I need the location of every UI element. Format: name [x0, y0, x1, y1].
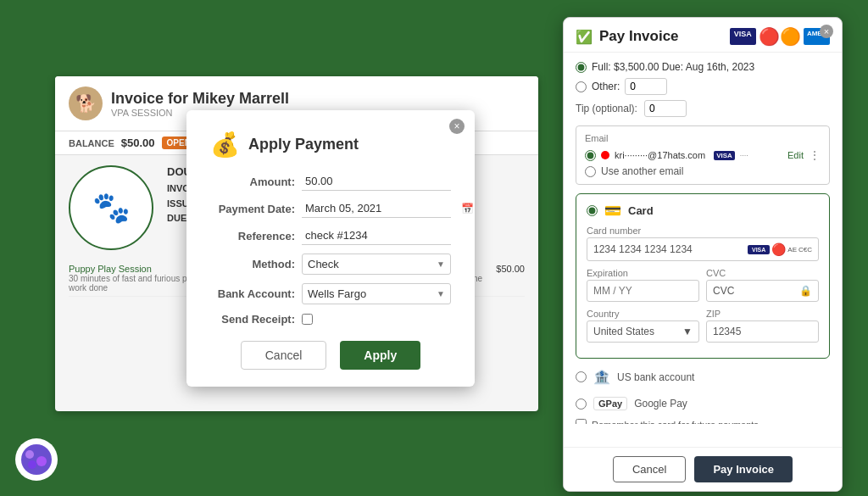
google-pay-row: GPay Google Pay	[576, 393, 830, 414]
cvc-field: CVC CVC 🔒	[706, 268, 819, 309]
payment-icon: 💰	[210, 131, 240, 159]
expiration-label: Expiration	[587, 268, 699, 278]
tip-label: Tip (optional):	[576, 103, 637, 114]
balance-value: $50.00	[121, 137, 155, 149]
pay-invoice-body: Full: $3,500.00 Due: Aug 16th, 2023 Othe…	[564, 53, 842, 424]
email-row: kri·········@17hats.com VISA ···· Edit ⋮	[585, 148, 821, 162]
google-pay-label: Google Pay	[634, 398, 687, 410]
zip-input[interactable]	[706, 320, 819, 343]
svg-point-0	[21, 444, 52, 475]
bank-radio[interactable]	[576, 371, 587, 382]
country-field: Country United States ▼	[587, 309, 699, 349]
payment-date-input[interactable]	[302, 199, 451, 218]
avatar: 🐕	[69, 86, 103, 120]
other-amount-input[interactable]	[625, 78, 667, 95]
bank-account-dropdown[interactable]: Wells Fargo ▼	[302, 283, 451, 304]
zip-field: ZIP	[706, 309, 819, 349]
chevron-down-icon: ▼	[682, 326, 693, 337]
logo-circle	[15, 438, 58, 481]
send-receipt-row: Send Receipt:	[210, 313, 451, 326]
use-another-email-radio[interactable]	[585, 166, 596, 177]
visa-icon: VISA	[730, 28, 756, 45]
status-dot	[601, 151, 609, 159]
cvc-input-container[interactable]: CVC 🔒	[706, 280, 819, 302]
apply-button[interactable]: Apply	[340, 341, 420, 370]
use-another-email-row: Use another email	[585, 165, 821, 177]
card-radio[interactable]	[587, 205, 598, 216]
bank-account-label: US bank account	[617, 371, 694, 383]
mastercard-small-icon: 🔴	[771, 242, 786, 256]
gpay-radio[interactable]	[576, 398, 587, 410]
other-amount-radio[interactable]	[576, 81, 587, 92]
check-icon: ✅	[576, 29, 593, 45]
method-dropdown[interactable]: Check ▼	[302, 254, 451, 275]
remember-card-checkbox[interactable]	[576, 419, 587, 424]
cancel-button[interactable]: Cancel	[241, 341, 327, 370]
reference-row: Reference:	[210, 226, 451, 245]
method-value: Check	[308, 258, 339, 270]
reference-label: Reference:	[210, 230, 295, 242]
discover-icon: C€C	[798, 246, 812, 254]
payment-date-row: Payment Date: 📅	[210, 199, 451, 218]
email-radio[interactable]	[585, 150, 596, 161]
company-logo-bottom	[15, 438, 58, 481]
payment-date-label: Payment Date:	[210, 203, 295, 215]
other-amount-row: Other:	[576, 78, 830, 95]
card-number-field: Card number 1234 1234 1234 1234 VISA 🔴 A…	[587, 226, 819, 261]
card-number-input-container[interactable]: 1234 1234 1234 1234 VISA 🔴 AE C€C	[587, 237, 819, 261]
pay-invoice-button[interactable]: Pay Invoice	[694, 456, 793, 482]
tip-input[interactable]	[644, 100, 687, 117]
card-dots: ····	[740, 151, 748, 159]
balance-label: BALANCE	[69, 138, 114, 148]
email-address: kri·········@17hats.com	[615, 150, 705, 160]
send-receipt-checkbox[interactable]	[302, 314, 313, 325]
zip-label: ZIP	[706, 309, 819, 319]
calendar-icon[interactable]: 📅	[461, 203, 474, 215]
modal-title: Apply Payment	[248, 136, 359, 153]
remember-card-row: Remember this card for future payments	[576, 419, 830, 424]
modal-header: 💰 Apply Payment	[210, 131, 451, 159]
modal-buttons: Cancel Apply	[210, 341, 451, 370]
amount-label: Amount:	[210, 176, 295, 188]
amount-input[interactable]	[302, 172, 451, 191]
company-logo: 🐾	[69, 165, 153, 250]
country-select[interactable]: United States ▼	[587, 320, 699, 343]
item-price: $50.00	[496, 264, 525, 293]
more-options-icon[interactable]: ⋮	[809, 148, 821, 162]
country-label: Country	[587, 309, 699, 319]
bank-account-row: 🏦 US bank account	[576, 365, 830, 388]
tip-row: Tip (optional):	[576, 100, 830, 117]
close-icon[interactable]: ×	[820, 25, 833, 38]
card-number-placeholder: 1234 1234 1234 1234	[593, 243, 693, 255]
close-icon[interactable]: ×	[449, 119, 465, 134]
gpay-icon: GPay	[593, 397, 627, 410]
bank-account-label: Bank Account:	[210, 287, 295, 300]
invoice-title: Invoice for Mikey Marrell	[111, 90, 289, 108]
chevron-down-icon: ▼	[437, 259, 445, 269]
edit-link[interactable]: Edit	[787, 150, 804, 160]
balance-section: BALANCE $50.00 OPEN	[69, 137, 196, 149]
mastercard-icon: 🔴🟠	[759, 28, 801, 45]
country-zip-row: Country United States ▼ ZIP	[587, 309, 819, 349]
expiry-cvc-row: Expiration CVC CVC 🔒	[587, 268, 819, 309]
svg-point-1	[25, 450, 34, 459]
expiration-input[interactable]	[587, 280, 699, 302]
credit-card-icon: 💳	[604, 203, 621, 219]
method-row: Method: Check ▼	[210, 254, 451, 275]
visa-small-icon: VISA	[748, 245, 770, 254]
card-brand-icons: VISA 🔴🟠 AMEX	[730, 28, 830, 45]
email-section-label: Email	[585, 133, 821, 143]
bank-account-value: Wells Fargo	[308, 287, 366, 300]
chevron-down-icon: ▼	[437, 289, 445, 298]
pay-cancel-button[interactable]: Cancel	[613, 456, 686, 482]
lock-icon: 🔒	[799, 285, 812, 297]
svg-point-3	[28, 460, 36, 469]
full-amount-radio[interactable]	[576, 62, 587, 73]
amount-row: Amount:	[210, 172, 451, 191]
amex-small-icon: AE	[787, 246, 797, 254]
card-section: 💳 Card Card number 1234 1234 1234 1234 V…	[576, 193, 830, 359]
reference-input[interactable]	[302, 226, 451, 245]
expiration-field: Expiration	[587, 268, 699, 309]
apply-payment-modal: × 💰 Apply Payment Amount: Payment Date: …	[186, 110, 475, 387]
full-amount-row: Full: $3,500.00 Due: Aug 16th, 2023	[576, 61, 830, 73]
